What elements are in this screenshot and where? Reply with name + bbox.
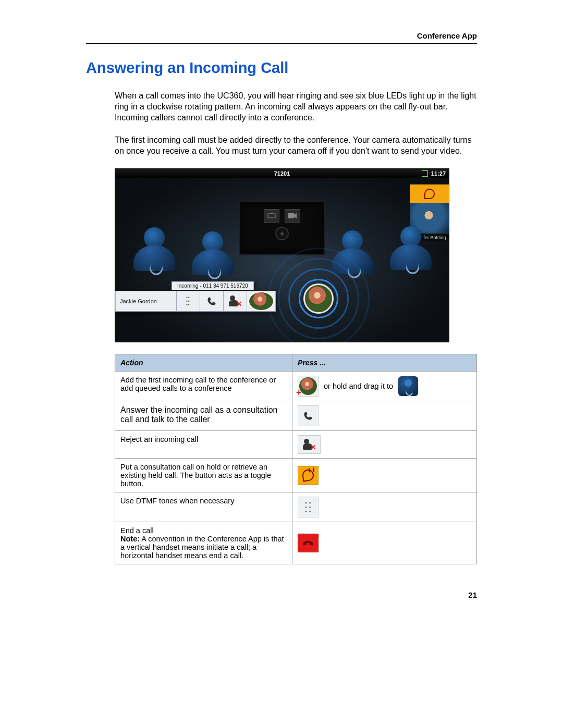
- add-caller-icon[interactable]: [298, 376, 319, 397]
- dtmf-button[interactable]: ▪▪▪▪▪▪: [177, 291, 200, 312]
- camera-icon[interactable]: [285, 209, 300, 223]
- table-row: Reject an incoming call: [115, 430, 477, 458]
- handset-icon[interactable]: [298, 405, 319, 426]
- call-flyout-bar: Incoming - 011 34 971 516720 Jackie Gord…: [115, 291, 276, 312]
- action-cell: End a call Note: A convention in the Con…: [115, 522, 292, 564]
- uc360-screenshot: 71201 11:27 ◉ Jennifer Battling: [115, 168, 449, 342]
- reject-call-icon[interactable]: [298, 435, 321, 454]
- body-text: When a call comes into the UC360, you wi…: [115, 90, 477, 157]
- svg-rect-0: [268, 214, 275, 218]
- flyout-local-name: Jackie Gordon: [115, 291, 177, 312]
- answer-button[interactable]: [200, 291, 224, 312]
- incoming-label: Incoming - 011 34 971 516720: [172, 281, 254, 290]
- note-label: Note:: [120, 535, 140, 543]
- col-action: Action: [115, 354, 292, 371]
- press-cell: [292, 401, 477, 430]
- press-cell: ▪ ▪▪ ▪▪ ▪: [292, 492, 477, 522]
- intro-paragraph-2: The first incoming call must be added di…: [115, 134, 477, 156]
- table-row: Use DTMF tones when necessary ▪ ▪▪ ▪▪ ▪: [115, 492, 477, 522]
- presentation-icon[interactable]: [264, 209, 279, 223]
- fullscreen-icon[interactable]: [422, 170, 428, 177]
- drag-instruction: or hold and drag it to: [324, 382, 393, 390]
- conference-seat[interactable]: [382, 226, 439, 278]
- status-bar: 71201 11:27: [115, 169, 449, 178]
- hold-toggle-icon[interactable]: [298, 466, 319, 485]
- note-text: A convention in the Conference App is th…: [120, 535, 284, 560]
- svg-rect-1: [288, 213, 294, 218]
- conference-seat-icon[interactable]: [398, 376, 418, 396]
- press-cell: [292, 522, 477, 564]
- tv-display: ◉: [239, 200, 325, 255]
- page-number: 21: [86, 590, 477, 599]
- table-row: Add the first incoming call to the confe…: [115, 371, 477, 401]
- action-cell: Answer the incoming call as a consultati…: [115, 401, 292, 430]
- conference-seat[interactable]: [184, 231, 241, 283]
- webcam-icon: ◉: [275, 227, 289, 240]
- col-press: Press ...: [292, 354, 477, 371]
- page-header: Conference App: [86, 31, 477, 44]
- press-cell: [292, 458, 477, 492]
- action-cell: Put a consultation call on hold or retri…: [115, 458, 292, 492]
- actions-table: Action Press ... Add the first incoming …: [115, 354, 477, 564]
- table-row: Answer the incoming call as a consultati…: [115, 401, 477, 430]
- intro-paragraph-1: When a call comes into the UC360, you wi…: [115, 90, 477, 123]
- reject-button[interactable]: [224, 291, 247, 312]
- conference-seat[interactable]: [126, 227, 183, 279]
- status-extension: 71201: [115, 170, 449, 177]
- status-clock: 11:27: [431, 170, 446, 177]
- table-row: End a call Note: A convention in the Con…: [115, 522, 477, 564]
- end-call-icon[interactable]: [298, 534, 319, 552]
- press-cell: or hold and drag it to: [292, 371, 477, 401]
- hold-icon: [410, 184, 449, 203]
- header-section-title: Conference App: [417, 31, 477, 40]
- dtmf-dialpad-icon[interactable]: ▪ ▪▪ ▪▪ ▪: [298, 497, 319, 517]
- incoming-call-rings: [261, 260, 376, 338]
- action-cell: Add the first incoming call to the confe…: [115, 371, 292, 401]
- action-cell: Use DTMF tones when necessary: [115, 492, 292, 522]
- page-title: Answering an Incoming Call: [86, 59, 477, 77]
- add-to-conference-button[interactable]: [247, 291, 276, 312]
- end-call-label: End a call: [120, 526, 154, 535]
- table-row: Put a consultation call on hold or retri…: [115, 458, 477, 492]
- press-cell: [292, 430, 477, 458]
- incoming-caller-avatar[interactable]: [303, 283, 334, 314]
- action-cell: Reject an incoming call: [115, 430, 292, 458]
